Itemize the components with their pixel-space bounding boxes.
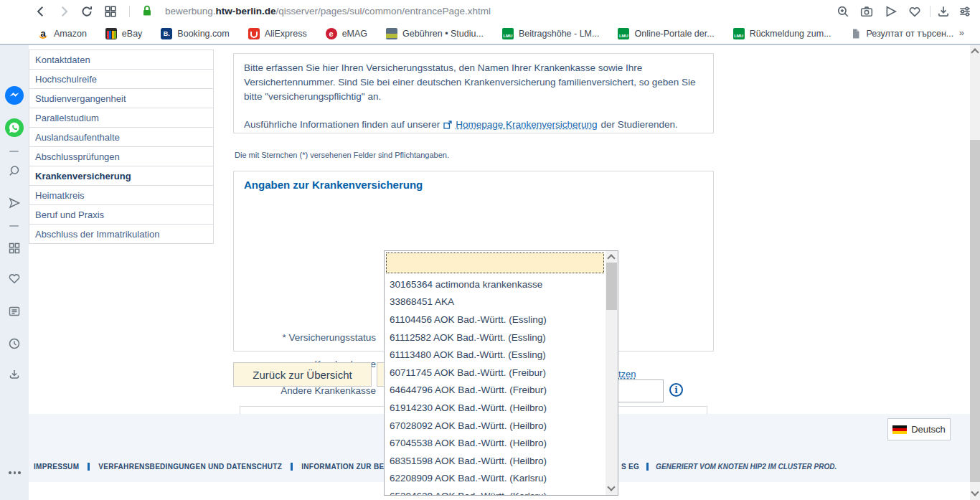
- send-to-flow-icon[interactable]: [885, 5, 897, 18]
- forward-icon[interactable]: [57, 5, 70, 18]
- easy-setup-sliders-icon[interactable]: [958, 5, 971, 18]
- emag-icon: e: [326, 28, 337, 39]
- back-to-overview-button[interactable]: Zurück zur Übersicht: [233, 362, 372, 387]
- aliexpress-icon: [248, 28, 260, 39]
- bookmarks-overflow-chevron[interactable]: »: [959, 27, 964, 38]
- whatsapp-icon[interactable]: [5, 118, 24, 137]
- sidebar-item-label: Studienvergangenheit: [35, 93, 126, 104]
- dropdown-option[interactable]: 67045538 AOK Bad.-Württ. (Heilbro): [385, 434, 606, 452]
- footer-link-partial[interactable]: S EG: [621, 463, 639, 471]
- bookmark-label: Online-Portale der...: [634, 29, 714, 39]
- partial-reset-link[interactable]: tzen: [618, 369, 636, 379]
- footer-link-information-bedienung[interactable]: INFORMATION ZUR BEDIE: [301, 463, 397, 471]
- bookmark-gebuehren[interactable]: Gebühren • Studiu...: [386, 28, 484, 39]
- back-icon[interactable]: [34, 5, 47, 18]
- dropdown-option[interactable]: 65304629 AOK Bad.-Württ. (Karlsru): [385, 487, 606, 496]
- downloads-icon[interactable]: [937, 5, 950, 18]
- scroll-up-icon[interactable]: [971, 48, 979, 56]
- dropdown-option-empty[interactable]: [386, 253, 604, 273]
- sidebar-item-krankenversicherung[interactable]: Krankenversicherung: [29, 166, 214, 186]
- intro-line2-suffix: der Studierenden.: [601, 118, 678, 132]
- bookmark-beitragshoehe[interactable]: LMU Beitragshöhe - LM...: [502, 28, 600, 39]
- sidebar-item-abschluss-immatrikulation[interactable]: Abschluss der Immatrikulation: [29, 224, 214, 244]
- bookmark-amazon[interactable]: a Amazon: [37, 28, 87, 39]
- footer-links: IMPRESSUM VERFAHRENSBEDINGUNGEN UND DATE…: [34, 463, 397, 471]
- sidebar-item-label: Heimatkreis: [35, 190, 85, 201]
- bookmark-rezultat[interactable]: Резултат от търсен...: [850, 28, 954, 39]
- sidebar-item-label: Abschlussprüfungen: [35, 151, 120, 162]
- bookmark-label: Резултат от търсен...: [867, 29, 954, 39]
- dropdown-option[interactable]: 33868451 AKA: [385, 293, 606, 311]
- footer-link-verfahrensbedingungen[interactable]: VERFAHRENSBEDINGUNGEN UND DATENSCHUTZ: [98, 463, 282, 471]
- gebuehren-icon: [386, 28, 397, 39]
- downloads-tray-icon[interactable]: [8, 368, 21, 381]
- bookmark-emag[interactable]: e eMAG: [326, 28, 367, 39]
- bookmark-booking[interactable]: B. Booking.com: [161, 28, 229, 39]
- booking-icon: B.: [161, 28, 172, 39]
- bookmark-aliexpress[interactable]: AliExpress: [248, 28, 307, 39]
- sidebar-item-beruf-und-praxis[interactable]: Beruf und Praxis: [29, 204, 214, 225]
- dropdown-option[interactable]: 62208909 AOK Bad.-Württ. (Karlsru): [385, 470, 606, 488]
- bookmark-rueckmeldung[interactable]: LMU Rückmeldung zum...: [733, 28, 831, 39]
- scroll-down-icon[interactable]: [971, 488, 979, 496]
- sidebar-item-auslandsaufenthalte[interactable]: Auslandsaufenthalte: [29, 127, 214, 147]
- sidebar-item-label: Parallelstudium: [35, 113, 99, 123]
- window-scrollbar[interactable]: [970, 45, 980, 500]
- sidebar-settings-dots-icon[interactable]: [9, 471, 21, 474]
- browser-toolbar: bewerbung.htw-berlin.de/qisserver/pages/…: [0, 0, 980, 23]
- dropdown-option[interactable]: 67028092 AOK Bad.-Württ. (Heilbro): [385, 417, 606, 435]
- info-icon[interactable]: i: [669, 383, 683, 397]
- sidebar-item-label: Abschluss der Immatrikulation: [35, 229, 159, 240]
- dropdown-option[interactable]: 61104456 AOK Bad.-Württ. (Essling): [385, 311, 606, 329]
- speed-dial-grid-icon[interactable]: [8, 242, 21, 255]
- homepage-krankenversicherung-link[interactable]: Homepage Krankenversicherung: [456, 118, 597, 132]
- lmu-icon: LMU: [733, 28, 745, 39]
- dropdown-scroll-thumb[interactable]: [606, 263, 617, 310]
- my-flow-send-icon[interactable]: [8, 197, 21, 209]
- dropdown-scrollbar[interactable]: [606, 251, 618, 495]
- bookmark-heart-icon[interactable]: [908, 5, 921, 18]
- bookmarks-heart-icon[interactable]: [8, 272, 21, 285]
- zoom-icon[interactable]: [837, 5, 849, 18]
- lmu-icon: LMU: [502, 28, 514, 39]
- bookmark-label: Rückmeldung zum...: [750, 29, 831, 39]
- toolbar-separator: [930, 6, 930, 17]
- dropdown-option[interactable]: 61914230 AOK Bad.-Württ. (Heilbro): [385, 399, 606, 417]
- bookmark-label: eBay: [122, 29, 143, 39]
- url-bar[interactable]: bewerbung.htw-berlin.de/qisserver/pages/…: [165, 6, 491, 16]
- footer-link-impressum[interactable]: IMPRESSUM: [34, 463, 79, 471]
- personal-news-icon[interactable]: [8, 305, 21, 318]
- scroll-up-icon[interactable]: [607, 254, 615, 262]
- language-button[interactable]: Deutsch: [887, 418, 951, 440]
- sidebar-item-hochschulreife[interactable]: Hochschulreife: [29, 69, 214, 89]
- dropdown-option[interactable]: 68351598 AOK Bad.-Württ. (Heilbro): [385, 452, 606, 470]
- sidebar-item-abschlusspruefungen[interactable]: Abschlussprüfungen: [29, 146, 214, 166]
- dropdown-option[interactable]: 61112582 AOK Bad.-Württ. (Essling): [385, 329, 606, 346]
- scroll-down-icon[interactable]: [607, 483, 615, 491]
- snapshot-camera-icon[interactable]: [860, 5, 873, 18]
- bookmark-online-portale[interactable]: LMU Online-Portale der...: [618, 28, 714, 39]
- sidebar-divider: [9, 151, 19, 152]
- footer-links-right: S EG GENERIERT VOM KNOTEN HIP2 IM CLUSTE…: [621, 463, 837, 471]
- secure-padlock-icon[interactable]: [142, 5, 152, 18]
- sidebar-item-studienvergangenheit[interactable]: Studienvergangenheit: [29, 88, 214, 108]
- german-flag-icon: [892, 425, 907, 434]
- dropdown-option[interactable]: 30165364 actimonda krankenkasse: [385, 275, 606, 293]
- tab-tiles-icon[interactable]: [104, 5, 117, 18]
- intro-paragraph: Bitte erfassen Sie hier Ihren Versicheru…: [244, 61, 703, 104]
- history-clock-icon[interactable]: [8, 337, 21, 350]
- sidebar-item-parallelstudium[interactable]: Parallelstudium: [29, 108, 214, 128]
- messenger-icon[interactable]: [5, 86, 24, 105]
- url-prefix: bewerbung.: [165, 6, 216, 16]
- sidebar-item-kontaktdaten[interactable]: Kontaktdaten: [29, 49, 214, 70]
- sidebar-item-heimatkreis[interactable]: Heimatkreis: [29, 185, 214, 205]
- bookmark-label: Gebühren • Studiu...: [402, 29, 484, 39]
- dropdown-option[interactable]: 60711745 AOK Bad.-Württ. (Freibur): [385, 364, 606, 382]
- window-scroll-thumb[interactable]: [970, 140, 980, 482]
- search-icon[interactable]: [8, 164, 21, 177]
- reload-icon[interactable]: [80, 5, 93, 18]
- dropdown-option[interactable]: 64644796 AOK Bad.-Württ. (Freibur): [385, 382, 606, 400]
- dropdown-option[interactable]: 61113480 AOK Bad.-Württ. (Essling): [385, 346, 606, 364]
- opera-sidebar: [0, 45, 29, 500]
- bookmark-ebay[interactable]: eBay: [105, 28, 143, 39]
